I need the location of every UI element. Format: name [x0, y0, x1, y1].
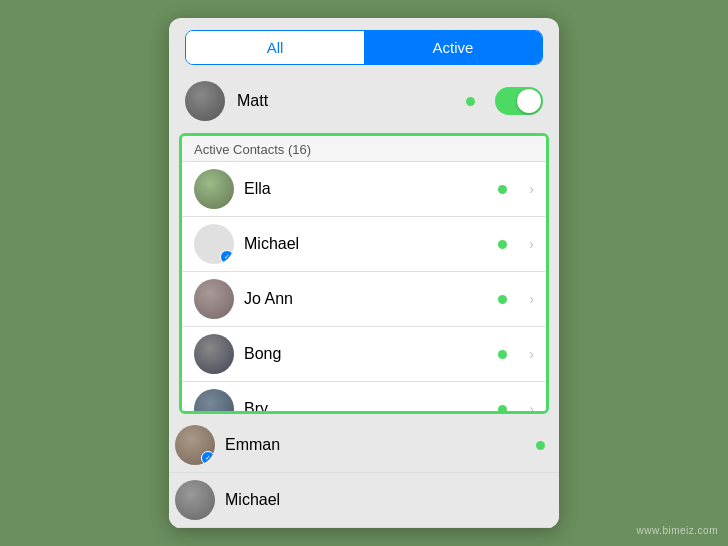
- list-item[interactable]: ✓ Michael ›: [182, 217, 546, 272]
- list-item[interactable]: Bong ›: [182, 327, 546, 382]
- chevron-icon: ›: [529, 346, 534, 362]
- avatar-bong: [194, 334, 234, 374]
- chevron-icon: ›: [529, 236, 534, 252]
- phone-frame: All Active Matt Active Contacts (16) Ell…: [169, 18, 559, 528]
- active-dot: [498, 240, 507, 249]
- active-dot: [498, 405, 507, 412]
- avatar-emman: ✓: [175, 425, 215, 465]
- active-dot: [498, 185, 507, 194]
- active-dot: [498, 350, 507, 359]
- avatar-michael2: [175, 480, 215, 520]
- contact-name: Bong: [244, 345, 488, 363]
- contact-name: Ella: [244, 180, 488, 198]
- list-item[interactable]: Ella ›: [182, 162, 546, 217]
- tab-active[interactable]: Active: [364, 31, 542, 64]
- tab-all[interactable]: All: [186, 31, 364, 64]
- chevron-icon: ›: [529, 181, 534, 197]
- segment-control: All Active: [185, 30, 543, 65]
- watermark: www.bimeiz.com: [637, 525, 718, 536]
- matt-name: Matt: [237, 92, 454, 110]
- avatar-ella: [194, 169, 234, 209]
- toggle-matt[interactable]: [495, 87, 543, 115]
- avatar-michael: ✓: [194, 224, 234, 264]
- contact-name: Emman: [225, 436, 526, 454]
- avatar-joann: [194, 279, 234, 319]
- chevron-icon: ›: [529, 401, 534, 411]
- contact-name: Jo Ann: [244, 290, 488, 308]
- list-item[interactable]: Jo Ann ›: [182, 272, 546, 327]
- avatar-image-matt: [185, 81, 225, 121]
- list-item[interactable]: ✓ Emman: [169, 418, 559, 473]
- contact-list: Ella › ✓ Michael › Jo Ann: [182, 162, 546, 411]
- contact-name: Bry: [244, 400, 488, 411]
- active-dot: [498, 295, 507, 304]
- toggle-knob-matt: [517, 89, 541, 113]
- active-dot-matt: [466, 97, 475, 106]
- avatar-matt: [185, 81, 225, 121]
- active-contacts-section: Active Contacts (16) Ella › ✓ Michael ›: [179, 133, 549, 414]
- bottom-contact-list: ✓ Emman Michael: [169, 418, 559, 528]
- contact-name: Michael: [225, 491, 553, 509]
- list-item[interactable]: Michael: [169, 473, 559, 528]
- avatar-bry: [194, 389, 234, 411]
- messenger-badge-icon: ✓: [201, 451, 215, 465]
- active-dot: [536, 441, 545, 450]
- list-item[interactable]: Bry ›: [182, 382, 546, 411]
- matt-row: Matt: [169, 73, 559, 129]
- messenger-badge-icon: ✓: [220, 250, 234, 264]
- contact-name: Michael: [244, 235, 488, 253]
- chevron-icon: ›: [529, 291, 534, 307]
- active-contacts-header: Active Contacts (16): [182, 136, 546, 162]
